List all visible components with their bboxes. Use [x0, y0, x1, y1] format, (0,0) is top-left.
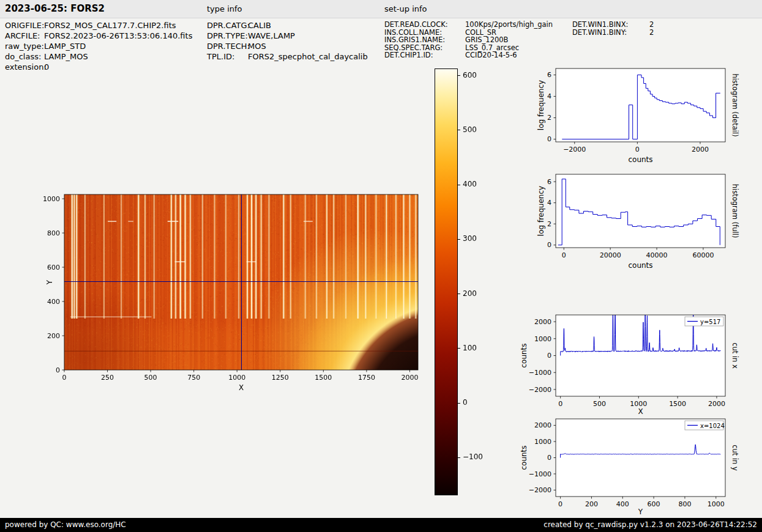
colorbar-tick: [458, 403, 460, 404]
type-info-row: DPR.TECH:MOS: [207, 41, 368, 51]
colorbar-tick-label: 500: [463, 125, 477, 134]
colorbar-tick-label: 300: [463, 234, 477, 243]
svg-text:40000: 40000: [646, 251, 668, 259]
svg-text:Y: Y: [638, 508, 643, 516]
setup-info-row: DET.WIN1.BINY:2: [572, 29, 654, 37]
svg-text:2000: 2000: [708, 400, 725, 408]
svg-text:1000: 1000: [534, 438, 551, 446]
svg-text:1750: 1750: [358, 374, 375, 382]
dpr-catg-label: DPR.CATG:: [207, 20, 248, 31]
svg-text:800: 800: [678, 500, 691, 508]
file-info-row: extension:0: [5, 62, 192, 72]
svg-text:4: 4: [547, 199, 551, 207]
biny-value: 2: [649, 28, 654, 37]
qc-report-page: 2023-06-25: FORS2 type info set-up info …: [0, 0, 762, 532]
colorbar-tick-label: 100: [463, 344, 477, 352]
type-info-row: TPL.ID:FORS2_specphot_cal_daycalib: [207, 51, 368, 62]
svg-text:0: 0: [635, 146, 640, 153]
dpr-type-label: DPR.TYPE:: [207, 31, 248, 41]
svg-text:−2000: −2000: [563, 146, 586, 153]
svg-text:counts: counts: [628, 155, 652, 164]
footer-bar: powered by QC: www.eso.org/HC created by…: [0, 518, 762, 532]
origfile-value: FORS2_MOS_CAL177.7.CHIP2.fits: [44, 21, 176, 30]
colorbar-tick: [458, 130, 460, 130]
header-bar: 2023-06-25: FORS2 type info set-up info: [0, 0, 762, 18]
colorbar-tick-label: −100: [463, 453, 483, 461]
gris-name-label: INS.GRIS1.NAME:: [384, 36, 465, 44]
raw-type-value: LAMP_STD: [44, 42, 86, 51]
svg-text:Y: Y: [45, 279, 54, 285]
footer-qc-link[interactable]: powered by QC: www.eso.org/HC: [5, 518, 126, 532]
setup-info-row: DET.WIN1.BINX:2: [572, 21, 654, 29]
page-title: 2023-06-25: FORS2: [5, 3, 105, 14]
svg-text:200: 200: [585, 500, 598, 508]
raw-type-label: raw_type:: [5, 41, 44, 51]
svg-text:counts: counts: [520, 343, 528, 368]
svg-text:20000: 20000: [600, 251, 621, 259]
type-info-heading: type info: [207, 4, 242, 13]
histogram-detail-plot[interactable]: −2000020000246countslog frequencyhistogr…: [519, 59, 751, 172]
histogram-full-plot[interactable]: 02000040000600000246countslog frequencyh…: [519, 165, 751, 278]
colorbar-tick-label: 200: [463, 289, 477, 298]
cut-in-y-plot[interactable]: 02004006008001000−2000−1000010002000Ycou…: [519, 410, 751, 527]
svg-text:2000: 2000: [692, 146, 709, 153]
setup-info-row: DET.CHIP1.ID:CCID20-14-5-6: [384, 51, 553, 59]
arcfile-value: FORS2.2023-06-26T13:53:06.140.fits: [44, 31, 192, 40]
hist_full-plot-svg: 02000040000600000246countslog frequencyh…: [519, 165, 751, 277]
cut-in-x-plot[interactable]: 0500100015002000−2000−1000010002000Xcoun…: [519, 306, 751, 426]
svg-text:2000: 2000: [401, 374, 418, 382]
svg-text:2000: 2000: [534, 421, 551, 429]
origfile-label: ORIGFILE:: [5, 20, 44, 31]
svg-text:1250: 1250: [272, 374, 289, 382]
svg-text:0: 0: [558, 400, 562, 408]
colorbar-tick-label: 0: [463, 398, 468, 407]
svg-text:counts: counts: [520, 445, 528, 470]
svg-text:counts: counts: [628, 261, 652, 270]
svg-text:400: 400: [47, 298, 60, 306]
svg-text:0: 0: [547, 135, 551, 143]
read-clock-label: DET.READ.CLOCK:: [384, 21, 465, 29]
dpr-catg-value: CALIB: [248, 21, 271, 30]
colorbar: 6005004003002001000−100: [435, 61, 505, 506]
dpr-tech-value: MOS: [248, 42, 266, 51]
binx-label: DET.WIN1.BINX:: [572, 21, 649, 29]
svg-text:60000: 60000: [692, 251, 714, 259]
svg-text:1500: 1500: [669, 400, 686, 408]
setup-info-block-right: DET.WIN1.BINX:2 DET.WIN1.BINY:2: [572, 21, 654, 36]
svg-text:800: 800: [47, 229, 60, 237]
colorbar-tick: [458, 75, 460, 76]
do-class-label: do_class:: [5, 51, 44, 62]
hist_detail-plot-svg: −2000020000246countslog frequencyhistogr…: [519, 59, 751, 171]
svg-text:500: 500: [593, 400, 606, 408]
svg-text:200: 200: [47, 332, 60, 340]
colorbar-tick: [458, 239, 460, 240]
file-info-block: ORIGFILE:FORS2_MOS_CAL177.7.CHIP2.fits A…: [5, 20, 192, 72]
svg-text:histogram (full): histogram (full): [731, 184, 739, 238]
svg-text:0: 0: [62, 374, 67, 382]
raw-image-canvas[interactable]: [64, 194, 418, 370]
footer-created-by: created by qc_rawdisp.py v1.2.3 on 2023-…: [543, 518, 757, 532]
colorbar-tick: [458, 457, 460, 458]
svg-text:0: 0: [56, 366, 60, 374]
colorbar-tick-label: 600: [463, 71, 477, 79]
colorbar-gradient: [435, 68, 458, 495]
raw-image-plot[interactable]: 0250500750100012501500175020000200400600…: [28, 185, 450, 401]
file-info-row: ORIGFILE:FORS2_MOS_CAL177.7.CHIP2.fits: [5, 20, 192, 31]
svg-text:2: 2: [547, 114, 551, 122]
svg-text:750: 750: [187, 374, 200, 382]
svg-text:X: X: [239, 383, 244, 392]
colorbar-tick: [458, 294, 460, 294]
svg-text:1000: 1000: [708, 500, 725, 508]
tpl-id-label: TPL.ID:: [207, 51, 248, 62]
svg-text:−1000: −1000: [529, 470, 551, 478]
do-class-value: LAMP_MOS: [44, 52, 88, 61]
arcfile-label: ARCFILE:: [5, 31, 44, 41]
svg-text:4: 4: [547, 92, 551, 100]
svg-text:6: 6: [547, 71, 551, 79]
svg-text:2: 2: [547, 220, 551, 228]
svg-text:x=1024: x=1024: [700, 423, 725, 429]
cut_x-plot-svg: 0500100015002000−2000−1000010002000Xcoun…: [519, 306, 751, 426]
svg-text:600: 600: [648, 500, 660, 508]
svg-text:y=517: y=517: [700, 319, 720, 325]
colorbar-tick: [458, 348, 460, 349]
